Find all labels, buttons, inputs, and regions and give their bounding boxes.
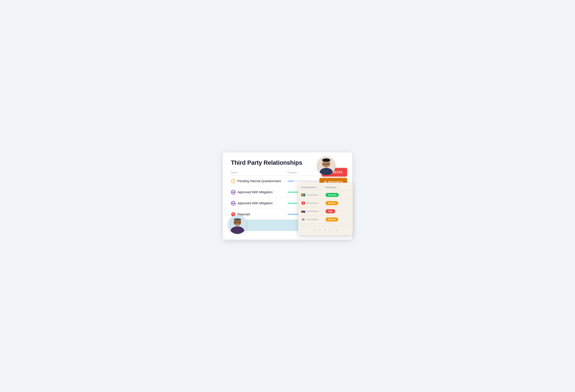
flag-icon: 🇨🇭 — [301, 201, 305, 205]
company-cell: 🇨🇭 — [301, 201, 326, 205]
first-page-button[interactable]: « — [312, 228, 316, 232]
status-cell: Pending Internal Questionnaire — [231, 179, 288, 183]
list-item[interactable]: 🇰🇷 Medium — [301, 216, 350, 224]
pagination: « ‹ 1 › » — [301, 226, 350, 232]
list-item[interactable]: 🇸🇪 Very low — [301, 191, 350, 199]
status-label: Pending Internal Questionnaire — [238, 179, 281, 183]
risk-badge-cell: High — [326, 209, 350, 213]
risk-badge: High — [326, 209, 335, 213]
flag-icon: 🇷🇺 — [301, 209, 305, 213]
progress-bar-track — [288, 181, 319, 182]
risk-badge: Medium — [326, 218, 338, 221]
company-name-bar — [307, 202, 318, 204]
eye-icon — [231, 201, 236, 206]
svg-point-30 — [235, 223, 240, 226]
avatar-top-right — [317, 156, 335, 175]
svg-point-8 — [322, 158, 330, 162]
svg-point-29 — [234, 218, 241, 221]
next-page-button[interactable]: › — [329, 228, 334, 232]
company-cell: 🇸🇪 — [301, 193, 326, 197]
avatar-bottom-left — [228, 215, 247, 234]
current-page-button[interactable]: 1 — [323, 228, 328, 232]
risk-rating-column-header: Risk Rating ⇅ — [326, 186, 350, 189]
flag-icon: 🇰🇷 — [301, 218, 305, 221]
eye-icon — [231, 190, 236, 195]
status-label: Approved With Mitigation — [238, 190, 273, 194]
svg-point-20 — [233, 203, 234, 203]
svg-point-17 — [233, 192, 234, 193]
risk-badge: Medium — [326, 201, 338, 205]
progress-bar-fill — [288, 203, 297, 204]
svg-line-14 — [233, 181, 234, 182]
floating-table-header: Company Name ⇅ Risk Rating ⇅ — [301, 186, 350, 190]
sort-icon: ⇅ — [336, 187, 337, 188]
company-name-bar — [307, 211, 318, 212]
risk-badge-cell: Medium — [326, 218, 350, 221]
status-column-header: Status — [231, 171, 288, 174]
risk-badge-cell: Very low — [326, 193, 350, 197]
risk-badge: Very low — [326, 193, 339, 197]
company-cell: 🇷🇺 — [301, 209, 326, 213]
floating-table: Company Name ⇅ Risk Rating ⇅ 🇸🇪 Very low — [298, 183, 353, 235]
list-item[interactable]: 🇨🇭 Medium — [301, 199, 350, 207]
svg-text:✕: ✕ — [232, 213, 234, 216]
sort-icon: ⇅ — [316, 187, 317, 188]
progress-bar-fill — [288, 181, 294, 182]
status-cell: Approved With Mitigation — [231, 201, 288, 206]
main-card: + CREATE REPORTS Third Party Relationshi… — [223, 152, 352, 240]
prev-page-button[interactable]: ‹ — [317, 228, 322, 232]
company-name-bar — [307, 194, 318, 196]
risk-badge-cell: Medium — [326, 201, 350, 205]
company-name-column-header: Company Name ⇅ — [301, 186, 326, 189]
status-label: Approved With Mitigation — [238, 201, 273, 205]
flag-icon: 🇸🇪 — [301, 193, 305, 197]
last-page-button[interactable]: » — [335, 228, 339, 232]
clock-icon — [231, 179, 236, 183]
list-item[interactable]: 🇷🇺 High — [301, 207, 350, 216]
status-cell: Approved With Mitigation — [231, 190, 288, 195]
company-cell: 🇰🇷 — [301, 218, 326, 221]
company-name-bar — [307, 219, 318, 220]
